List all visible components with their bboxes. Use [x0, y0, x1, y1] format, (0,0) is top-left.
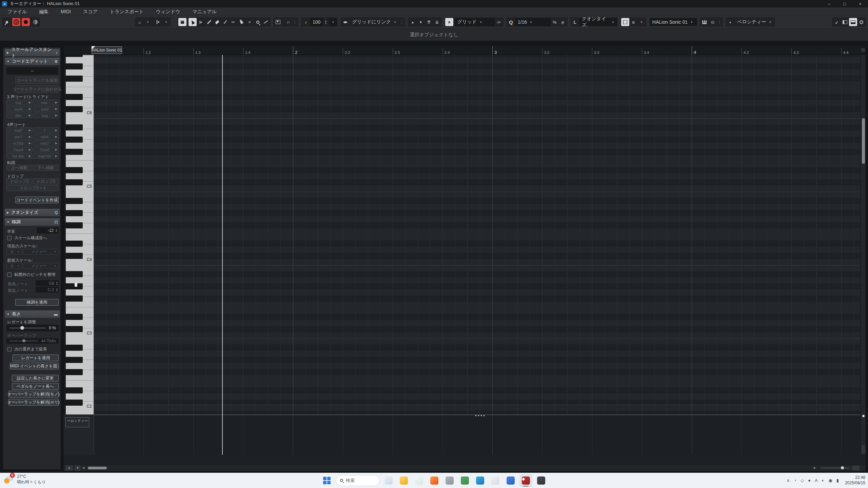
- extend-to-next-checkbox[interactable]: 次の選択まで延長: [7, 346, 47, 352]
- lower-zone-toggle[interactable]: [849, 18, 857, 26]
- insert-velocity-value[interactable]: 100: [310, 18, 323, 26]
- taskbar-app-firefox[interactable]: [428, 474, 441, 487]
- start-button[interactable]: [320, 474, 333, 487]
- tetrad-button-maj7[interactable]: maj7▶: [6, 127, 32, 133]
- split-scissors-tool[interactable]: ✂: [229, 18, 237, 26]
- chord-play-icon[interactable]: ▶: [29, 148, 31, 151]
- autoscroll-dropdown[interactable]: [162, 18, 170, 26]
- add-controller-lane-button[interactable]: +: [65, 465, 73, 471]
- independent-loop-icon[interactable]: [274, 18, 282, 26]
- black-key[interactable]: [66, 94, 83, 100]
- setup-toolbar-gear-icon[interactable]: [857, 18, 865, 26]
- snap-offset-icon[interactable]: -|+: [495, 18, 503, 26]
- triad-button-aug[interactable]: aug▶: [33, 113, 59, 118]
- onedrive-icon[interactable]: ◔: [794, 478, 796, 483]
- highest-note-value[interactable]: G8: [36, 280, 59, 286]
- grid-link-kebab-icon[interactable]: ⋮: [399, 20, 405, 24]
- edit-active-part-icon[interactable]: [621, 18, 629, 26]
- chord-play-icon[interactable]: ▶: [55, 155, 57, 158]
- black-key[interactable]: [66, 222, 83, 228]
- taskbar-app-chrome[interactable]: [458, 474, 471, 487]
- horizontal-zoom-handle[interactable]: [841, 466, 844, 469]
- black-key[interactable]: [66, 314, 83, 320]
- menu-item-0[interactable]: ファイル: [1, 7, 33, 16]
- menu-item-5[interactable]: ウィンドウ: [150, 7, 186, 16]
- quantize-preset-selector[interactable]: 1/16: [515, 18, 551, 26]
- piano-octave-C6[interactable]: C6: [66, 55, 94, 118]
- black-key[interactable]: [66, 345, 83, 351]
- black-key[interactable]: [66, 106, 83, 112]
- taskbar-app-blue-doc[interactable]: [504, 474, 517, 487]
- move-down-button[interactable]: ▼: [417, 18, 425, 26]
- part-edit-dropdown[interactable]: [637, 18, 646, 26]
- freeze-length-button[interactable]: MIDI イベントの長さを固.: [10, 363, 59, 369]
- menu-item-1[interactable]: 編集: [33, 7, 55, 16]
- black-key[interactable]: [66, 137, 83, 143]
- section-chord-edit[interactable]: ▼コードエディット ≣: [5, 58, 60, 65]
- midi-input-icon[interactable]: ⊙: [709, 18, 717, 26]
- mic-icon[interactable]: ●: [808, 478, 811, 483]
- ruler-options-button[interactable]: [861, 48, 865, 52]
- velocity-lane[interactable]: [94, 415, 861, 455]
- piano-octave-C5[interactable]: C5: [66, 118, 94, 192]
- show-part-borders-icon[interactable]: ≡: [629, 18, 637, 26]
- chord-play-icon[interactable]: ▶: [55, 107, 57, 110]
- solo-editor-button[interactable]: S: [12, 18, 20, 26]
- taskbar-app-edge[interactable]: [474, 474, 487, 487]
- triad-button-dim[interactable]: dim▶: [6, 113, 32, 118]
- battery-icon[interactable]: ▮: [836, 478, 839, 483]
- mute-tool[interactable]: ×: [245, 18, 254, 26]
- loop-group-kebab-icon[interactable]: ⋮: [292, 20, 298, 24]
- semitone-value[interactable]: -12: [37, 227, 59, 233]
- black-key[interactable]: [66, 149, 83, 155]
- acoustic-feedback-icon[interactable]: [31, 18, 39, 26]
- taskbar-app-studio-app[interactable]: [535, 474, 548, 487]
- tetrad-button-min6[interactable]: min6▶: [33, 134, 59, 140]
- change-to-set-length-button[interactable]: 設定した長さに変更: [12, 375, 59, 382]
- menu-item-4[interactable]: トランスポート: [104, 7, 150, 16]
- step-input-kebab-icon[interactable]: ⋮: [717, 20, 722, 24]
- apply-transpose-button[interactable]: 移調を適用: [15, 299, 59, 306]
- new-scale-root-dropdown[interactable]: E: [6, 263, 22, 269]
- chord-play-icon[interactable]: ▶: [29, 114, 31, 117]
- chord-play-icon[interactable]: ▶: [29, 107, 31, 110]
- black-key[interactable]: [66, 283, 83, 289]
- chord-play-icon[interactable]: ▶: [29, 155, 31, 158]
- black-key[interactable]: [66, 357, 83, 363]
- drop24-button[interactable]: ドロップ2 + 4: [6, 185, 59, 191]
- triad-button-min.[interactable]: min.▶: [33, 100, 59, 105]
- black-key[interactable]: [66, 124, 83, 130]
- volume-icon[interactable]: ◉: [828, 478, 832, 483]
- current-scale-type-dropdown[interactable]: メジャー: [23, 249, 59, 255]
- zoom-preset-buttons[interactable]: [852, 466, 860, 470]
- black-key[interactable]: [66, 387, 83, 393]
- to-scale-notes-checkbox[interactable]: スケール構成音へ: [7, 235, 47, 241]
- taskbar-app-mail[interactable]: [413, 474, 426, 487]
- black-key[interactable]: [66, 400, 83, 406]
- triad-button-maj[interactable]: maj▶: [6, 100, 32, 105]
- chord-play-icon[interactable]: ▶: [55, 114, 57, 117]
- match-chord-track-button[interactable]: コードトラックに合わせる: [15, 85, 59, 93]
- taskbar-app-explorer[interactable]: [397, 474, 410, 487]
- line-tool[interactable]: [262, 18, 270, 26]
- tetrad-button-maj7/#5[interactable]: maj7/#5▶: [33, 153, 59, 159]
- black-key[interactable]: [66, 76, 83, 82]
- note-grid[interactable]: [94, 55, 861, 414]
- piano-octave-C2[interactable]: C2: [66, 339, 94, 412]
- move-octave-up-button[interactable]: ⇈: [425, 18, 433, 26]
- vertical-zoom-buttons[interactable]: [862, 445, 865, 453]
- tetrad-button-7sus2[interactable]: 7sus2▶: [33, 147, 59, 152]
- triad-button-sus2[interactable]: sus2▶: [33, 106, 59, 112]
- tetrad-button-7sus4[interactable]: 7sus4▶: [6, 147, 32, 152]
- legato-slider[interactable]: 0 %: [6, 325, 59, 331]
- menu-item-6[interactable]: マニュアル: [186, 7, 223, 16]
- scroll-right-arrow[interactable]: ▶: [812, 466, 818, 469]
- taskbar-app-cubase[interactable]: [519, 474, 532, 487]
- vertical-scrollbar[interactable]: [861, 55, 866, 455]
- section-quantize[interactable]: ▶クオンタイズ Q: [5, 209, 60, 216]
- active-part-selector[interactable]: HALion Sonic 01: [650, 18, 697, 26]
- quantize-panel-icon[interactable]: e: [559, 18, 567, 26]
- glue-tool[interactable]: [237, 18, 245, 26]
- tray-expand-icon[interactable]: ∧: [787, 478, 790, 483]
- apply-legato-button[interactable]: レガートを適用: [13, 354, 59, 361]
